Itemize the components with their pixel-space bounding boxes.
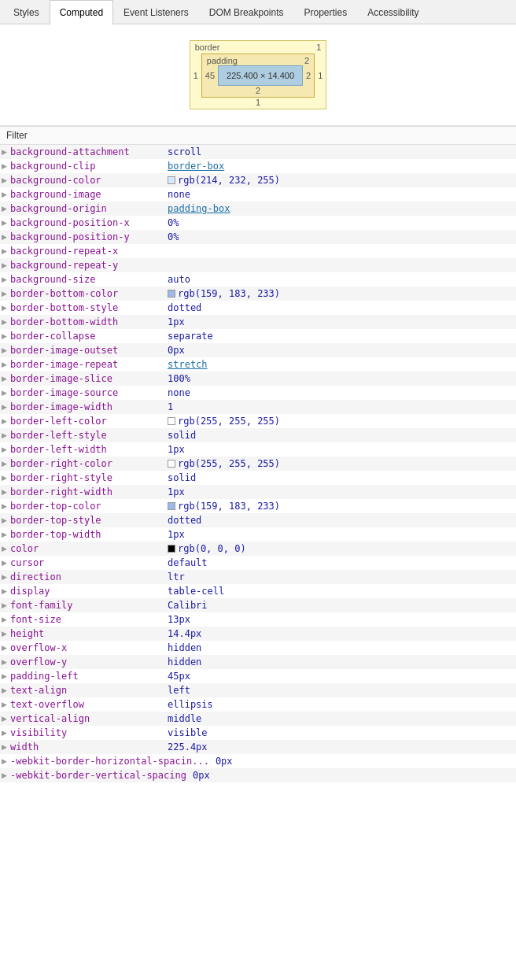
tab-event-listeners[interactable]: Event Listeners <box>113 0 199 24</box>
expand-arrow-icon[interactable]: ▶ <box>0 304 9 312</box>
property-name: -webkit-border-horizontal-spacin... <box>10 756 216 767</box>
expand-arrow-icon[interactable]: ▶ <box>0 616 9 623</box>
tab-properties[interactable]: Properties <box>293 0 357 24</box>
color-swatch[interactable] <box>168 545 175 553</box>
expand-arrow-icon[interactable]: ▶ <box>0 701 9 708</box>
expand-arrow-icon[interactable]: ▶ <box>0 729 9 737</box>
color-swatch[interactable] <box>168 417 175 425</box>
color-swatch[interactable] <box>168 290 175 298</box>
expand-arrow-icon[interactable]: ▶ <box>0 431 9 439</box>
table-row: ▶border-right-stylesolid <box>0 471 516 485</box>
color-swatch[interactable] <box>168 460 175 468</box>
property-value-wrap: 1px <box>168 486 185 497</box>
property-value: separate <box>168 331 213 342</box>
expand-arrow-icon[interactable]: ▶ <box>0 346 9 354</box>
property-value: 0% <box>168 231 179 242</box>
property-value-wrap: border-box <box>168 161 224 172</box>
property-name: overflow-y <box>10 656 168 668</box>
expand-arrow-icon[interactable]: ▶ <box>0 219 9 227</box>
property-value: rgb(159, 183, 233) <box>178 501 280 512</box>
expand-arrow-icon[interactable]: ▶ <box>0 205 9 213</box>
expand-arrow-icon[interactable]: ▶ <box>0 403 9 411</box>
property-value-wrap: ltr <box>168 571 185 582</box>
expand-arrow-icon[interactable]: ▶ <box>0 587 9 595</box>
expand-arrow-icon[interactable]: ▶ <box>0 318 9 326</box>
expand-arrow-icon[interactable]: ▶ <box>0 389 9 397</box>
expand-arrow-icon[interactable]: ▶ <box>0 644 9 652</box>
expand-arrow-icon[interactable]: ▶ <box>0 516 9 524</box>
expand-arrow-icon[interactable]: ▶ <box>0 446 9 453</box>
expand-arrow-icon[interactable]: ▶ <box>0 573 9 581</box>
expand-arrow-icon[interactable]: ▶ <box>0 247 9 255</box>
tab-bar: Styles Computed Event Listeners DOM Brea… <box>0 0 516 24</box>
expand-arrow-icon[interactable]: ▶ <box>0 332 9 340</box>
property-value: default <box>168 557 208 568</box>
property-value-wrap: 1 <box>168 401 173 412</box>
property-value: 0% <box>168 217 179 228</box>
expand-arrow-icon[interactable]: ▶ <box>0 771 9 779</box>
expand-arrow-icon[interactable]: ▶ <box>0 417 9 425</box>
property-value-wrap: hidden <box>168 642 201 653</box>
expand-arrow-icon[interactable]: ▶ <box>0 658 9 666</box>
table-row: ▶border-bottom-styledotted <box>0 301 516 315</box>
expand-arrow-icon[interactable]: ▶ <box>0 743 9 751</box>
table-row: ▶border-image-repeatstretch <box>0 357 516 372</box>
table-row: ▶text-overflowellipsis <box>0 697 516 712</box>
expand-arrow-icon[interactable]: ▶ <box>0 148 9 156</box>
table-row: ▶border-image-outset0px <box>0 343 516 357</box>
tab-computed[interactable]: Computed <box>50 0 113 24</box>
table-row: ▶overflow-xhidden <box>0 641 516 655</box>
property-value: 0px <box>168 345 185 356</box>
expand-arrow-icon[interactable]: ▶ <box>0 460 9 468</box>
expand-arrow-icon[interactable]: ▶ <box>0 474 9 482</box>
property-value: 100% <box>168 373 190 384</box>
expand-arrow-icon[interactable]: ▶ <box>0 361 9 368</box>
expand-arrow-icon[interactable]: ▶ <box>0 233 9 241</box>
property-value: ltr <box>168 571 185 582</box>
expand-arrow-icon[interactable]: ▶ <box>0 686 9 694</box>
expand-arrow-icon[interactable]: ▶ <box>0 531 9 538</box>
expand-arrow-icon[interactable]: ▶ <box>0 672 9 680</box>
padding-left-value: 45 <box>205 71 215 80</box>
property-name: border-top-style <box>10 515 168 526</box>
property-value-wrap: 1px <box>168 444 185 455</box>
expand-arrow-icon[interactable]: ▶ <box>0 190 9 198</box>
color-swatch[interactable] <box>168 502 175 510</box>
tab-accessibility[interactable]: Accessibility <box>357 0 429 24</box>
expand-arrow-icon[interactable]: ▶ <box>0 176 9 184</box>
expand-arrow-icon[interactable]: ▶ <box>0 502 9 510</box>
content-size: 225.400 × 14.400 <box>218 65 303 86</box>
property-value-wrap: 1px <box>168 316 185 327</box>
expand-arrow-icon[interactable]: ▶ <box>0 276 9 283</box>
table-row: ▶border-image-slice100% <box>0 372 516 386</box>
tab-styles[interactable]: Styles <box>3 0 50 24</box>
color-swatch[interactable] <box>168 176 175 184</box>
table-row: ▶border-top-colorrgb(159, 183, 233) <box>0 499 516 513</box>
expand-arrow-icon[interactable]: ▶ <box>0 545 9 553</box>
property-value: rgb(159, 183, 233) <box>178 288 280 299</box>
property-name: background-attachment <box>10 146 168 157</box>
table-row: ▶background-imagenone <box>0 187 516 202</box>
table-row: ▶border-image-width1 <box>0 400 516 414</box>
expand-arrow-icon[interactable]: ▶ <box>0 488 9 496</box>
expand-arrow-icon[interactable]: ▶ <box>0 630 9 638</box>
expand-arrow-icon[interactable]: ▶ <box>0 559 9 567</box>
expand-arrow-icon[interactable]: ▶ <box>0 261 9 269</box>
expand-arrow-icon[interactable]: ▶ <box>0 601 9 609</box>
property-value: table-cell <box>168 586 224 597</box>
expand-arrow-icon[interactable]: ▶ <box>0 375 9 383</box>
property-value: 1px <box>168 444 185 455</box>
property-name: border-right-width <box>10 486 168 497</box>
property-value: middle <box>168 713 201 724</box>
table-row: ▶background-repeat-x <box>0 244 516 258</box>
border-bottom-num: 1 <box>190 98 326 109</box>
expand-arrow-icon[interactable]: ▶ <box>0 715 9 723</box>
property-value: 1px <box>168 529 185 540</box>
table-row: ▶background-sizeauto <box>0 272 516 287</box>
expand-arrow-icon[interactable]: ▶ <box>0 290 9 298</box>
tab-dom-breakpoints[interactable]: DOM Breakpoints <box>199 0 294 24</box>
property-value: 1 <box>168 401 173 412</box>
expand-arrow-icon[interactable]: ▶ <box>0 757 9 765</box>
property-name: border-top-color <box>10 501 168 512</box>
expand-arrow-icon[interactable]: ▶ <box>0 162 9 170</box>
